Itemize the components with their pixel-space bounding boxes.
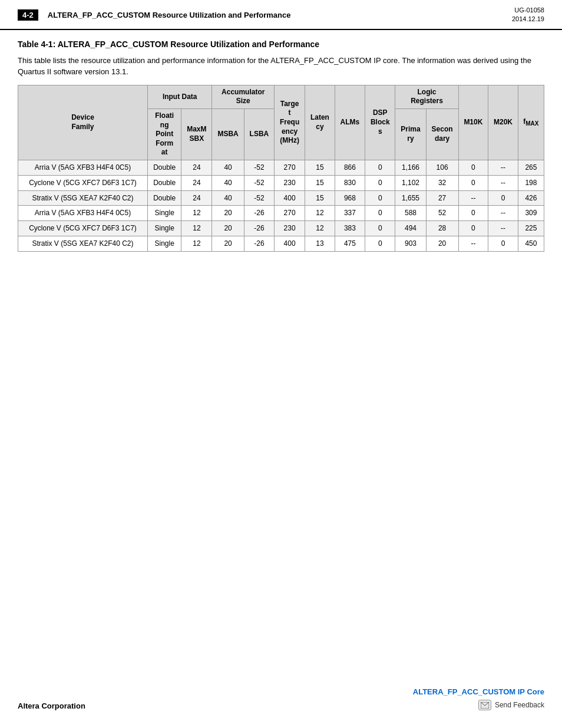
- cell-float-format: Double: [148, 190, 181, 206]
- col-header-floating-point: FloatingPointFormat: [148, 108, 181, 160]
- cell-dsp-blocks: 0: [365, 175, 395, 190]
- cell-lsba: -26: [244, 206, 274, 221]
- cell-device: Stratix V (5SG XEA7 K2F40 C2): [18, 236, 148, 251]
- col-header-msba: MSBA: [212, 108, 244, 160]
- cell-secondary: 27: [426, 190, 458, 206]
- cell-m20k: 0: [488, 190, 518, 206]
- cell-msba: 40: [212, 190, 244, 206]
- cell-fmax: 309: [518, 206, 544, 221]
- cell-msba: 20: [212, 236, 244, 251]
- cell-float-format: Double: [148, 160, 181, 175]
- col-header-fmax: fMAX: [518, 85, 544, 160]
- cell-secondary: 106: [426, 160, 458, 175]
- cell-primary: 494: [395, 221, 426, 236]
- cell-fmax: 265: [518, 160, 544, 175]
- col-group-input-data: Input Data: [148, 85, 212, 108]
- cell-target-freq: 230: [275, 221, 305, 236]
- cell-primary: 1,655: [395, 190, 426, 206]
- cell-maxm-sbx: 12: [181, 236, 212, 251]
- col-group-accumulator-size: AccumulatorSize: [212, 85, 275, 108]
- cell-dsp-blocks: 0: [365, 206, 395, 221]
- cell-latency: 12: [305, 206, 335, 221]
- cell-primary: 903: [395, 236, 426, 251]
- cell-maxm-sbx: 24: [181, 160, 212, 175]
- feedback-icon: [478, 700, 491, 710]
- col-header-device-family: DeviceFamily: [18, 85, 148, 160]
- col-header-primary: Primary: [395, 108, 426, 160]
- cell-target-freq: 400: [275, 190, 305, 206]
- cell-latency: 12: [305, 221, 335, 236]
- table-row: Cyclone V (5CG XFC7 D6F3 1C7)Single1220-…: [18, 221, 544, 236]
- cell-device: Arria V (5AG XFB3 H4F4 0C5): [18, 160, 148, 175]
- cell-device: Arria V (5AG XFB3 H4F4 0C5): [18, 206, 148, 221]
- table-row: Stratix V (5SG XEA7 K2F40 C2)Double2440-…: [18, 190, 544, 206]
- cell-dsp-blocks: 0: [365, 160, 395, 175]
- cell-secondary: 32: [426, 175, 458, 190]
- cell-latency: 15: [305, 160, 335, 175]
- cell-m20k: 0: [488, 236, 518, 251]
- table-row: Arria V (5AG XFB3 H4F4 0C5)Double2440-52…: [18, 160, 544, 175]
- cell-msba: 40: [212, 175, 244, 190]
- resource-table: DeviceFamily Input Data AccumulatorSize …: [18, 85, 544, 252]
- cell-m10k: 0: [458, 206, 488, 221]
- footer-right: ALTERA_FP_ACC_CUSTOM IP Core Send Feedba…: [413, 687, 544, 710]
- cell-m10k: 0: [458, 221, 488, 236]
- cell-maxm-sbx: 12: [181, 221, 212, 236]
- cell-maxm-sbx: 24: [181, 175, 212, 190]
- cell-fmax: 450: [518, 236, 544, 251]
- cell-m20k: --: [488, 175, 518, 190]
- footer-link[interactable]: ALTERA_FP_ACC_CUSTOM IP Core: [413, 687, 544, 696]
- header-title: ALTERA_FP_ACC_CUSTOM Resource Utilizatio…: [48, 11, 291, 19]
- table-row: Arria V (5AG XFB3 H4F4 0C5)Single1220-26…: [18, 206, 544, 221]
- col-header-latency: Latency: [305, 85, 335, 160]
- cell-alms: 383: [335, 221, 365, 236]
- cell-msba: 40: [212, 160, 244, 175]
- cell-fmax: 426: [518, 190, 544, 206]
- cell-m20k: --: [488, 160, 518, 175]
- col-header-dsp-blocks: DSPBlocks: [365, 85, 395, 160]
- cell-latency: 15: [305, 175, 335, 190]
- table-title: Table 4-1: ALTERA_FP_ACC_CUSTOM Resource…: [18, 39, 544, 49]
- cell-dsp-blocks: 0: [365, 190, 395, 206]
- cell-msba: 20: [212, 221, 244, 236]
- col-header-lsba: LSBA: [244, 108, 274, 160]
- cell-primary: 1,166: [395, 160, 426, 175]
- col-group-logic-registers: LogicRegisters: [395, 85, 458, 108]
- doc-date: 2014.12.19: [512, 15, 544, 22]
- footer-company: Altera Corporation: [18, 701, 85, 710]
- cell-secondary: 52: [426, 206, 458, 221]
- cell-lsba: -52: [244, 160, 274, 175]
- cell-fmax: 225: [518, 221, 544, 236]
- cell-alms: 830: [335, 175, 365, 190]
- cell-maxm-sbx: 12: [181, 206, 212, 221]
- page: 4-2 ALTERA_FP_ACC_CUSTOM Resource Utiliz…: [0, 0, 562, 728]
- send-feedback[interactable]: Send Feedback: [413, 700, 544, 710]
- header-right: UG-01058 2014.12.19: [512, 6, 544, 24]
- page-number: 4-2: [18, 9, 38, 21]
- cell-alms: 866: [335, 160, 365, 175]
- cell-float-format: Single: [148, 206, 181, 221]
- cell-primary: 588: [395, 206, 426, 221]
- col-header-alms: ALMs: [335, 85, 365, 160]
- send-feedback-label: Send Feedback: [495, 701, 544, 709]
- cell-alms: 337: [335, 206, 365, 221]
- col-header-target-freq: TargetFrequency(MHz): [275, 85, 305, 160]
- cell-m10k: 0: [458, 160, 488, 175]
- cell-lsba: -26: [244, 236, 274, 251]
- cell-m10k: --: [458, 236, 488, 251]
- cell-maxm-sbx: 24: [181, 190, 212, 206]
- cell-m20k: --: [488, 206, 518, 221]
- cell-float-format: Double: [148, 175, 181, 190]
- cell-target-freq: 230: [275, 175, 305, 190]
- table-row: Cyclone V (5CG XFC7 D6F3 1C7)Double2440-…: [18, 175, 544, 190]
- cell-target-freq: 270: [275, 160, 305, 175]
- cell-dsp-blocks: 0: [365, 236, 395, 251]
- cell-dsp-blocks: 0: [365, 221, 395, 236]
- cell-latency: 13: [305, 236, 335, 251]
- doc-id: UG-01058: [514, 6, 544, 14]
- col-header-secondary: Secondary: [426, 108, 458, 160]
- table-description: This table lists the resource utilizatio…: [18, 55, 544, 78]
- col-header-m10k: M10K: [458, 85, 488, 160]
- cell-m10k: 0: [458, 175, 488, 190]
- cell-alms: 968: [335, 190, 365, 206]
